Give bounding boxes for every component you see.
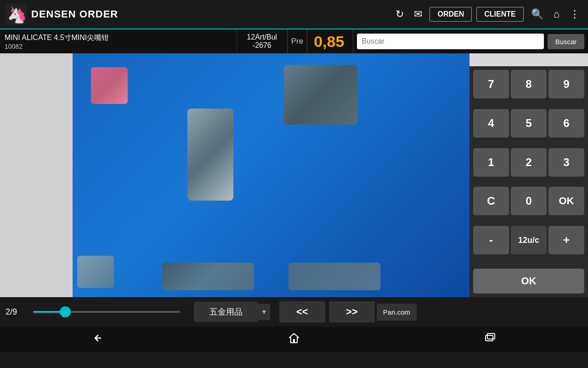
next-button[interactable]: >> <box>329 301 375 322</box>
left-sidebar <box>0 53 73 297</box>
slider-track[interactable] <box>33 311 180 313</box>
bulk-line2: -2676 <box>253 41 271 50</box>
product-bulk: 12Art/Bul -2676 <box>237 29 288 53</box>
app-logo: 🦄 <box>6 4 27 25</box>
numpad-6[interactable]: 6 <box>548 109 584 138</box>
numpad-2[interactable]: 2 <box>511 148 547 177</box>
category-label: 五金用品 <box>194 302 258 322</box>
svg-rect-2 <box>486 335 493 341</box>
product-thumbnail-phone <box>187 109 233 201</box>
right-gray-area <box>469 53 588 66</box>
main-content: 7 8 9 4 5 6 1 2 3 C 0 OK - 12u/c + OK <box>0 53 588 297</box>
prev-button[interactable]: << <box>279 301 325 322</box>
product-bar: MINI ALICATE 4.5寸MINI尖嘴钳 10082 12Art/Bul… <box>0 29 588 53</box>
android-home-button[interactable] <box>274 327 314 352</box>
more-icon[interactable]: ⋮ <box>570 8 580 20</box>
product-thumbnail-pink <box>91 67 128 104</box>
numpad-1[interactable]: 1 <box>473 148 509 177</box>
right-sidebar: 7 8 9 4 5 6 1 2 3 C 0 OK - 12u/c + OK <box>469 53 588 297</box>
product-thumbnail-bottom-right <box>288 263 380 290</box>
numpad-7[interactable]: 7 <box>473 70 509 98</box>
product-info: MINI ALICATE 4.5寸MINI尖嘴钳 10082 <box>0 29 237 53</box>
top-bar: 🦄 DENSEN ORDER ↻ ✉ ORDEN CLIENTE 🔍 ⌂ ⋮ <box>0 0 588 29</box>
refresh-icon[interactable]: ↻ <box>396 8 404 20</box>
price-value: 0,85 <box>307 29 353 53</box>
product-name: MINI ALICATE 4.5寸MINI尖嘴钳 <box>5 33 232 43</box>
mail-icon[interactable]: ✉ <box>414 8 422 20</box>
slider-area[interactable] <box>28 311 185 313</box>
slider-thumb[interactable] <box>60 306 71 317</box>
product-image-bg <box>73 53 469 297</box>
ok-bottom-button[interactable]: OK <box>473 269 584 293</box>
android-recents-button[interactable] <box>470 327 510 352</box>
numpad-minus[interactable]: - <box>473 226 509 254</box>
product-thumbnail-bottom-left <box>77 256 114 288</box>
app-title: DENSEN ORDER <box>31 8 388 20</box>
pancom-button[interactable]: Pan.com <box>377 304 417 321</box>
numpad: 7 8 9 4 5 6 1 2 3 C 0 OK - 12u/c + <box>469 66 588 267</box>
numpad-4[interactable]: 4 <box>473 109 509 138</box>
product-thumbnail-bottom-mid <box>162 263 254 290</box>
numpad-clear[interactable]: C <box>473 187 509 215</box>
numpad-unit[interactable]: 12u/c <box>511 226 547 254</box>
numpad-3[interactable]: 3 <box>548 148 584 177</box>
bulk-line1: 12Art/Bul <box>247 33 277 41</box>
product-code: 10082 <box>5 43 232 50</box>
category-dropdown-icon[interactable]: ▼ <box>258 304 270 320</box>
numpad-5[interactable]: 5 <box>511 109 547 138</box>
orden-button[interactable]: ORDEN <box>430 7 472 22</box>
pre-label: Pre <box>288 29 307 53</box>
search-icon[interactable]: 🔍 <box>531 8 543 20</box>
search-area: Buscar <box>353 29 588 53</box>
svg-rect-3 <box>487 334 495 339</box>
bottom-bar: 2/9 五金用品 ▼ << >> Pan.com <box>0 297 588 327</box>
android-back-button[interactable] <box>78 327 118 352</box>
product-thumbnail-blue <box>284 65 357 125</box>
svg-text:🦄: 🦄 <box>7 6 27 24</box>
numpad-0[interactable]: 0 <box>511 187 547 215</box>
cliente-button[interactable]: CLIENTE <box>476 7 523 22</box>
numpad-9[interactable]: 9 <box>548 70 584 98</box>
page-indicator: 2/9 <box>6 307 28 317</box>
search-input[interactable] <box>357 34 544 49</box>
home-icon[interactable]: ⌂ <box>554 8 560 20</box>
numpad-ok[interactable]: OK <box>548 187 584 215</box>
numpad-8[interactable]: 8 <box>511 70 547 98</box>
numpad-plus[interactable]: + <box>548 226 584 254</box>
android-nav <box>0 327 588 352</box>
product-image-area <box>73 53 469 297</box>
buscar-button[interactable]: Buscar <box>548 34 584 49</box>
